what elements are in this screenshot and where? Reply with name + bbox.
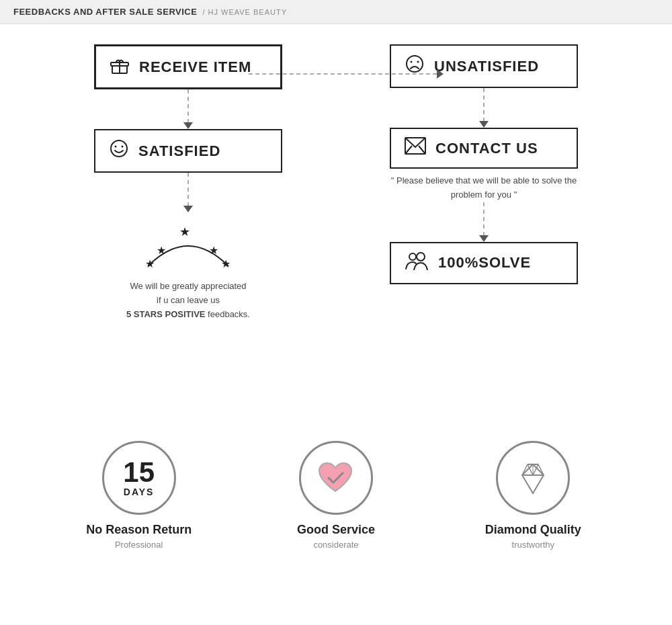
arrow-satisfied-to-stars [183, 173, 193, 212]
solve-label: 100%SOLVE [438, 254, 531, 272]
flow-right-column: UNSATISFIED CONTACT US [336, 44, 632, 421]
svg-point-4 [115, 146, 117, 148]
bottom-item-service: Good Service considerate [269, 441, 403, 550]
service-subtitle: considerate [313, 540, 358, 550]
bottom-item-return: 15 DAYS No Reason Return Professional [72, 441, 206, 550]
svg-point-13 [417, 61, 419, 63]
quality-circle-icon [496, 441, 570, 515]
svg-text:★: ★ [221, 258, 230, 269]
quote-text: " Please believe that we will be able to… [390, 174, 578, 202]
return-title: No Reason Return [86, 523, 192, 537]
svg-text:★: ★ [145, 258, 155, 269]
svg-point-3 [111, 140, 127, 157]
happy-face-icon [109, 138, 129, 163]
gift-icon [110, 54, 130, 79]
header-subtitle: / HJ WEAVE BEAUTY [202, 8, 287, 16]
receive-item-label: RECEIVE ITEM [139, 58, 251, 76]
arrow-unsatisfied-to-contact [479, 88, 489, 128]
header-bar: FEEDBACKS AND AFTER SALE SERVICE / HJ WE… [0, 0, 672, 24]
quality-subtitle: trustworthy [512, 540, 555, 550]
svg-point-11 [407, 56, 423, 72]
svg-text:★: ★ [157, 245, 166, 256]
quality-title: Diamond Quality [485, 523, 581, 537]
bottom-section: 15 DAYS No Reason Return Professional Go… [40, 434, 632, 550]
envelope-icon [405, 137, 426, 159]
return-subtitle: Professional [115, 540, 163, 550]
return-number: 15 [123, 458, 155, 487]
flow-left-column: RECEIVE ITEM SATISFIED [40, 44, 336, 421]
service-title: Good Service [297, 523, 375, 537]
satisfied-box: SATISFIED [94, 129, 282, 173]
service-circle-icon [299, 441, 373, 515]
unsatisfied-box: UNSATISFIED [390, 44, 578, 88]
solve-box: 100%SOLVE [390, 242, 578, 284]
sad-face-icon [405, 54, 425, 79]
receive-item-box: RECEIVE ITEM [94, 44, 282, 89]
svg-text:★: ★ [209, 245, 218, 256]
contact-us-label: CONTACT US [435, 140, 538, 157]
stars-arc-svg: ★ ★ ★ ★ ★ [141, 219, 235, 273]
arrow-contact-to-solve [479, 202, 489, 242]
heart-icon [314, 456, 358, 500]
svg-line-15 [405, 146, 412, 154]
svg-point-17 [409, 253, 416, 260]
arrow-receive-to-satisfied [183, 89, 193, 129]
return-circle-badge: 15 DAYS [102, 441, 176, 515]
main-content: RECEIVE ITEM SATISFIED [0, 24, 672, 577]
flow-diagram: RECEIVE ITEM SATISFIED [40, 44, 632, 421]
bottom-item-quality: Diamond Quality trustworthy [466, 441, 600, 550]
svg-point-18 [417, 253, 425, 261]
return-days-label: DAYS [124, 487, 155, 497]
svg-point-5 [122, 146, 124, 148]
svg-point-12 [411, 61, 413, 63]
header-title: FEEDBACKS AND AFTER SALE SERVICE [13, 7, 197, 17]
stars-area: ★ ★ ★ ★ ★ We will be greatly appreciated… [126, 219, 250, 321]
contact-us-box: CONTACT US [390, 128, 578, 169]
unsatisfied-label: UNSATISFIED [434, 58, 539, 75]
svg-text:★: ★ [179, 225, 190, 239]
satisfied-label: SATISFIED [138, 142, 220, 160]
svg-line-16 [419, 146, 425, 154]
people-icon [405, 251, 429, 275]
diamond-icon [511, 456, 555, 500]
stars-text: We will be greatly appreciatedif u can l… [126, 280, 250, 321]
